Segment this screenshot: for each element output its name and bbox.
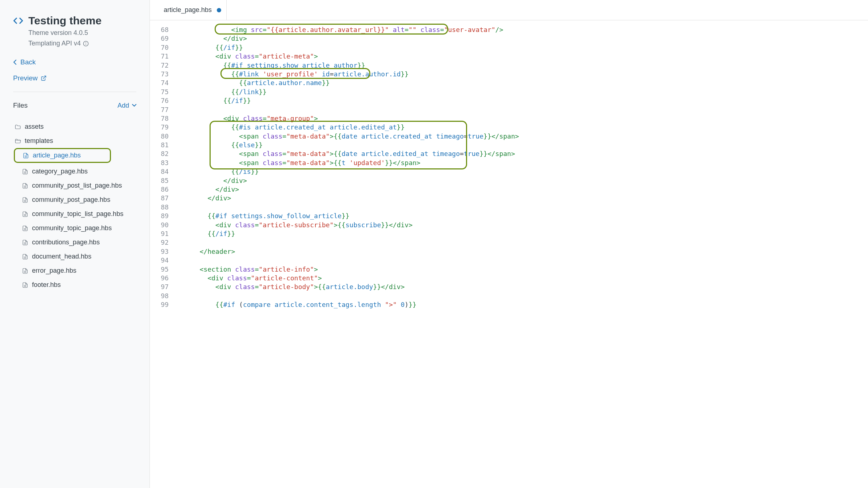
file-item[interactable]: footer.hbs bbox=[13, 278, 136, 292]
code-line: <span class="meta-data">{{date article.c… bbox=[176, 132, 868, 141]
code-line: {{/if}} bbox=[176, 43, 868, 52]
code-line: <section class="article-info"> bbox=[176, 265, 868, 274]
code-line: </div> bbox=[176, 185, 868, 194]
back-label: Back bbox=[20, 58, 36, 66]
file-item[interactable]: category_page.hbs bbox=[13, 164, 136, 179]
folder-label: assets bbox=[25, 123, 44, 131]
line-gutter: 6869707172737475767778798081828384858687… bbox=[150, 25, 176, 488]
title-row: Testing theme bbox=[13, 15, 136, 27]
code-line bbox=[176, 256, 868, 265]
sidebar: Testing theme Theme version 4.0.5 Templa… bbox=[0, 0, 150, 488]
chevron-left-icon bbox=[13, 60, 17, 65]
file-label: community_post_list_page.hbs bbox=[32, 182, 122, 189]
sidebar-header: Testing theme Theme version 4.0.5 Templa… bbox=[13, 15, 136, 47]
file-icon bbox=[22, 183, 28, 189]
chevron-down-icon bbox=[132, 104, 136, 107]
code-line bbox=[176, 292, 868, 300]
file-icon bbox=[22, 168, 28, 175]
file-label: community_post_page.hbs bbox=[32, 196, 110, 204]
code-line: <div class="article-meta"> bbox=[176, 52, 868, 61]
folder-label: templates bbox=[25, 137, 53, 145]
code-line: {{#if (compare article.content_tags.leng… bbox=[176, 300, 868, 309]
line-number: 72 bbox=[161, 61, 169, 70]
editor-area: article_page.hbs 68697071727374757677787… bbox=[150, 0, 868, 488]
line-number: 85 bbox=[161, 176, 169, 185]
file-label: footer.hbs bbox=[32, 281, 61, 289]
folder-assets[interactable]: assets bbox=[13, 120, 136, 134]
file-label: document_head.hbs bbox=[32, 253, 91, 260]
theme-api-text: Templating API v4 bbox=[28, 40, 81, 47]
tab-article-page[interactable]: article_page.hbs bbox=[159, 0, 227, 20]
line-number: 86 bbox=[161, 185, 169, 194]
file-icon bbox=[22, 282, 28, 288]
code-line: {{#if settings.show_article_author}} bbox=[176, 61, 868, 70]
app-root: Testing theme Theme version 4.0.5 Templa… bbox=[0, 0, 868, 488]
code-line: <span class="meta-data">{{t 'updated'}}<… bbox=[176, 159, 868, 167]
file-item[interactable]: contributions_page.hbs bbox=[13, 235, 136, 249]
theme-title: Testing theme bbox=[28, 15, 101, 27]
file-item[interactable]: community_topic_list_page.hbs bbox=[13, 207, 136, 221]
external-link-icon bbox=[41, 75, 47, 81]
file-icon bbox=[22, 211, 28, 217]
line-number: 96 bbox=[161, 274, 169, 283]
file-item[interactable]: document_head.hbs bbox=[13, 249, 136, 264]
code-line: {{article.author.name}} bbox=[176, 79, 868, 87]
file-icon bbox=[22, 239, 28, 246]
file-label: community_topic_page.hbs bbox=[32, 224, 112, 232]
file-item[interactable]: community_post_list_page.hbs bbox=[13, 179, 136, 193]
back-link[interactable]: Back bbox=[13, 58, 136, 66]
add-label: Add bbox=[118, 102, 129, 109]
file-icon bbox=[22, 268, 28, 274]
code-line: </div> bbox=[176, 176, 868, 185]
code-line: {{else}} bbox=[176, 141, 868, 149]
line-number: 83 bbox=[161, 159, 169, 167]
folder-icon bbox=[15, 124, 21, 130]
code-line: <div class="article-content"> bbox=[176, 274, 868, 283]
line-number: 92 bbox=[161, 238, 169, 247]
line-number: 84 bbox=[161, 167, 169, 176]
file-icon bbox=[22, 197, 28, 203]
file-item[interactable]: error_page.hbs bbox=[13, 264, 136, 278]
svg-point-2 bbox=[86, 43, 86, 43]
theme-version: Theme version 4.0.5 bbox=[28, 29, 136, 37]
code-line bbox=[176, 238, 868, 247]
code-line: <div class="article-body">{{article.body… bbox=[176, 283, 868, 291]
code-line: {{/link}} bbox=[176, 88, 868, 96]
file-icon bbox=[22, 253, 28, 260]
info-icon[interactable] bbox=[83, 41, 89, 47]
line-number: 79 bbox=[161, 123, 169, 132]
line-number: 78 bbox=[161, 114, 169, 123]
line-number: 76 bbox=[161, 96, 169, 105]
line-number: 80 bbox=[161, 132, 169, 141]
code-line: <img src="{{article.author.avatar_url}}"… bbox=[176, 25, 868, 34]
line-number: 71 bbox=[161, 52, 169, 61]
line-number: 68 bbox=[161, 25, 169, 34]
add-button[interactable]: Add bbox=[118, 102, 136, 109]
file-label: category_page.hbs bbox=[32, 168, 88, 175]
divider bbox=[13, 92, 136, 92]
files-header: Files Add bbox=[13, 101, 136, 109]
folder-templates[interactable]: templates bbox=[13, 134, 136, 148]
code-editor[interactable]: 6869707172737475767778798081828384858687… bbox=[150, 20, 868, 488]
file-item[interactable]: community_post_page.hbs bbox=[13, 193, 136, 207]
file-label: article_page.hbs bbox=[33, 152, 81, 159]
templates-list: article_page.hbscategory_page.hbscommuni… bbox=[13, 148, 136, 292]
file-icon bbox=[23, 152, 29, 159]
code-line: <div class="meta-group"> bbox=[176, 114, 868, 123]
code-line: {{/if}} bbox=[176, 96, 868, 105]
code-line: {{/if}} bbox=[176, 229, 868, 238]
svg-line-3 bbox=[43, 76, 45, 79]
code-line: </div> bbox=[176, 34, 868, 43]
line-number: 95 bbox=[161, 265, 169, 274]
line-number: 82 bbox=[161, 149, 169, 158]
code-line: {{#if settings.show_follow_article}} bbox=[176, 212, 868, 220]
code-line: </div> bbox=[176, 194, 868, 203]
file-item[interactable]: article_page.hbs bbox=[14, 148, 111, 163]
file-label: contributions_page.hbs bbox=[32, 239, 100, 246]
code-line bbox=[176, 203, 868, 212]
line-number: 81 bbox=[161, 141, 169, 149]
preview-link[interactable]: Preview bbox=[13, 74, 136, 82]
line-number: 69 bbox=[161, 34, 169, 43]
file-label: error_page.hbs bbox=[32, 267, 76, 275]
file-item[interactable]: community_topic_page.hbs bbox=[13, 221, 136, 235]
